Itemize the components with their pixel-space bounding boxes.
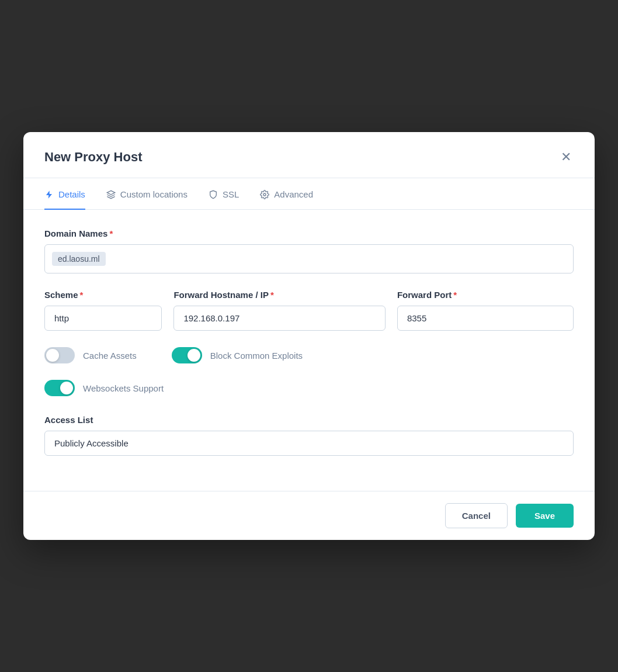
forward-hostname-group: Forward Hostname / IP* (173, 290, 386, 331)
forward-port-group: Forward Port* (397, 290, 574, 331)
modal-header: New Proxy Host ✕ (23, 132, 595, 178)
close-button[interactable]: ✕ (558, 148, 574, 166)
cache-assets-group: Cache Assets (44, 347, 137, 363)
modal-footer: Cancel Save (23, 491, 595, 540)
modal-title: New Proxy Host (44, 150, 143, 165)
layers-icon (106, 190, 116, 199)
cancel-button[interactable]: Cancel (445, 503, 508, 528)
tab-details-label: Details (58, 189, 85, 199)
cache-assets-label: Cache Assets (83, 351, 137, 361)
tab-custom-locations[interactable]: Custom locations (106, 179, 188, 210)
websockets-group: Websockets Support (44, 380, 164, 396)
modal-body: Domain Names* ed.laosu.ml Scheme* Forwar… (23, 210, 595, 491)
domain-names-input[interactable]: ed.laosu.ml (44, 244, 574, 273)
tab-advanced[interactable]: Advanced (260, 179, 313, 210)
close-icon: ✕ (561, 151, 571, 164)
access-list-label: Access List (44, 415, 574, 425)
forward-port-input[interactable] (397, 306, 574, 331)
svg-marker-0 (107, 190, 114, 195)
scheme-group: Scheme* (44, 290, 162, 331)
domain-tag: ed.laosu.ml (52, 252, 106, 266)
forward-port-label: Forward Port* (397, 290, 574, 300)
cache-assets-toggle[interactable] (44, 347, 75, 363)
bolt-icon (44, 190, 54, 199)
tab-ssl-label: SSL (223, 189, 239, 199)
websockets-toggle[interactable] (44, 380, 75, 396)
forward-hostname-input[interactable] (173, 306, 386, 331)
tab-ssl[interactable]: SSL (209, 179, 239, 210)
tab-custom-locations-label: Custom locations (120, 189, 188, 199)
scheme-input[interactable] (44, 306, 162, 331)
scheme-label: Scheme* (44, 290, 162, 300)
domain-names-group: Domain Names* ed.laosu.ml (44, 228, 574, 273)
tab-details[interactable]: Details (44, 179, 85, 210)
block-exploits-label: Block Common Exploits (210, 351, 303, 361)
tab-bar: Details Custom locations SSL (23, 178, 595, 209)
required-star: * (109, 228, 113, 238)
shield-icon (209, 190, 218, 199)
tab-advanced-label: Advanced (274, 189, 313, 199)
svg-point-1 (263, 193, 266, 196)
modal-container: New Proxy Host ✕ Details Custom location… (23, 132, 595, 540)
block-exploits-group: Block Common Exploits (172, 347, 303, 363)
toggles-row-2: Websockets Support (44, 380, 574, 396)
block-exploits-toggle[interactable] (172, 347, 202, 363)
toggles-row-1: Cache Assets Block Common Exploits (44, 347, 574, 363)
gear-icon (260, 190, 269, 199)
save-button[interactable]: Save (516, 504, 574, 528)
connection-fields-row: Scheme* Forward Hostname / IP* Forward P… (44, 290, 574, 331)
domain-names-label: Domain Names* (44, 228, 574, 238)
access-list-group: Access List (44, 415, 574, 456)
forward-hostname-label: Forward Hostname / IP* (173, 290, 386, 300)
access-list-input[interactable] (44, 431, 574, 456)
websockets-label: Websockets Support (83, 383, 164, 393)
